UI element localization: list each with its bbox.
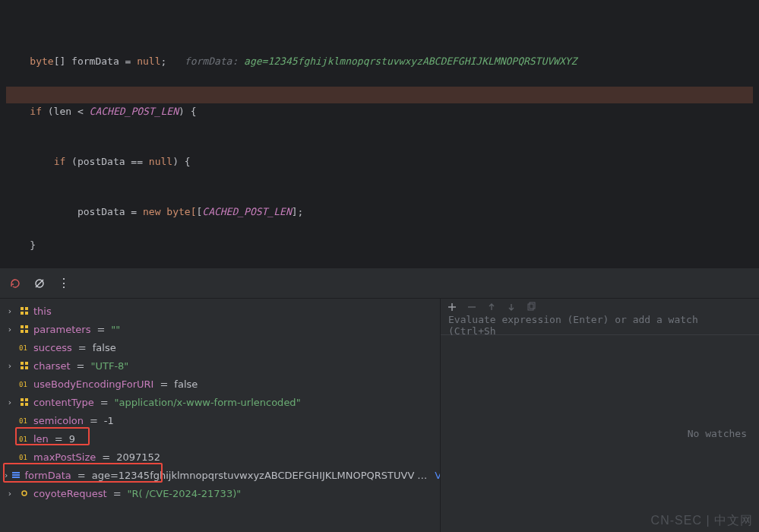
variable-name: this	[33, 306, 52, 317]
variable-value: 9	[69, 433, 75, 445]
variable-value: false	[174, 378, 198, 390]
variable-name: charset	[33, 360, 71, 372]
array-icon	[11, 469, 21, 481]
chevron-right-icon[interactable]: ›	[5, 361, 15, 371]
svg-rect-23	[12, 472, 20, 473]
view-link[interactable]: View	[430, 470, 441, 481]
var-row-parameters[interactable]: › parameters=""	[0, 320, 440, 338]
var-row-charset[interactable]: › charset="UTF-8"	[0, 356, 440, 375]
inline-hint-label: formData:	[185, 55, 238, 67]
variable-name: coyoteRequest	[33, 488, 107, 499]
restart-icon[interactable]	[9, 277, 21, 290]
chevron-right-icon[interactable]: ›	[5, 470, 8, 480]
variable-value: age=12345fghijklmnopqrstuvwxyzABCDEFGHIJ…	[92, 470, 415, 481]
if-keyword: if	[54, 156, 66, 167]
chevron-right-icon[interactable]: ›	[5, 306, 15, 316]
type-keyword: byte	[30, 55, 53, 67]
svg-rect-7	[25, 325, 28, 328]
svg-rect-5	[25, 312, 28, 315]
watermark-text: CN-SEC | 中文网	[651, 513, 753, 529]
debugger-panel: ⋮ › this › parameters="" 01 success=fals…	[0, 268, 759, 532]
copy-icon[interactable]	[526, 302, 536, 312]
svg-rect-13	[21, 366, 24, 369]
object-icon	[18, 305, 30, 317]
up-icon[interactable]	[486, 302, 497, 312]
variables-pane[interactable]: › this › parameters="" 01 success=false …	[0, 299, 441, 532]
variable-value: false	[93, 342, 116, 353]
variable-value: "R( /CVE-2024-21733)"	[128, 488, 242, 499]
primitive-icon: 01	[18, 378, 30, 390]
var-row-this[interactable]: › this	[0, 302, 440, 320]
var-row-success[interactable]: 01 success=false	[0, 338, 440, 356]
primitive-icon: 01	[18, 341, 30, 353]
inline-hint-value: age=12345fghijklmnopqrstuvwxyzABCDEFGHIJ…	[244, 55, 577, 67]
variable-value: -1	[104, 415, 114, 426]
down-icon[interactable]	[506, 302, 517, 312]
code-text: ];	[292, 206, 304, 217]
ellipsis: …	[417, 470, 427, 481]
code-editor[interactable]: byte[] formData = null; formData: age=12…	[0, 0, 759, 268]
var-row-len[interactable]: 01 len=9	[0, 429, 440, 448]
code-text: (len <	[42, 106, 90, 117]
svg-rect-6	[21, 325, 24, 328]
svg-rect-9	[25, 330, 28, 333]
var-row-maxpostsize[interactable]: 01 maxPostSize=2097152	[0, 448, 440, 466]
variable-name: len	[33, 433, 49, 445]
variable-name: useBodyEncodingForURI	[33, 378, 153, 390]
mute-breakpoints-icon[interactable]	[33, 277, 46, 290]
svg-rect-2	[21, 307, 24, 310]
no-watches-label: No watches	[688, 428, 747, 439]
code-text: postData =	[30, 206, 143, 217]
var-row-contenttype[interactable]: › contentType="application/x-www-form-ur…	[0, 393, 440, 411]
code-text: ) {	[172, 156, 190, 167]
variable-value: ""	[111, 324, 120, 335]
chevron-right-icon[interactable]: ›	[5, 489, 15, 499]
if-keyword: if	[30, 106, 42, 117]
constant: CACHED_POST_LEN	[90, 106, 179, 117]
var-row-semicolon[interactable]: 01 semicolon=-1	[0, 411, 440, 429]
link-icon	[18, 487, 30, 499]
svg-rect-3	[25, 307, 28, 310]
add-watch-icon[interactable]	[447, 302, 457, 312]
primitive-icon: 01	[18, 451, 30, 463]
svg-rect-11	[21, 362, 24, 365]
object-icon	[18, 323, 30, 335]
svg-text:01: 01	[19, 435, 27, 443]
chevron-right-icon[interactable]: ›	[5, 325, 15, 334]
constant: CACHED_POST_LEN	[202, 206, 291, 217]
semi: ;	[161, 55, 167, 67]
svg-rect-26	[528, 304, 533, 310]
var-row-formdata[interactable]: › formData=age=12345fghijklmnopqrstuvwxy…	[0, 466, 440, 484]
var-row-usebody[interactable]: 01 useBodyEncodingForURI=false	[0, 375, 440, 393]
null-keyword: null	[137, 55, 160, 67]
input-placeholder: Evaluate expression (Enter) or add a wat…	[448, 314, 751, 337]
more-icon[interactable]: ⋮	[58, 276, 71, 290]
variable-value: 2097152	[116, 451, 160, 463]
remove-watch-icon[interactable]	[466, 302, 477, 312]
code-text	[30, 156, 53, 167]
svg-rect-24	[12, 474, 20, 476]
primitive-icon: 01	[18, 414, 30, 426]
svg-rect-18	[21, 403, 24, 406]
variable-name: semicolon	[33, 415, 84, 426]
svg-rect-25	[12, 477, 20, 478]
watches-pane[interactable]: Evaluate expression (Enter) or add a wat…	[441, 299, 759, 532]
svg-text:01: 01	[19, 417, 27, 425]
svg-rect-8	[21, 330, 24, 333]
svg-text:01: 01	[19, 381, 27, 388]
primitive-icon: 01	[18, 432, 30, 445]
svg-text:01: 01	[19, 344, 27, 352]
null-keyword: null	[149, 156, 172, 167]
code-text: [] formData =	[54, 55, 138, 67]
svg-rect-14	[25, 366, 28, 369]
variable-name: parameters	[33, 324, 90, 335]
var-row-coyoterequest[interactable]: › coyoteRequest="R( /CVE-2024-21733)"	[0, 484, 440, 502]
code-brace: }	[6, 237, 753, 254]
svg-rect-17	[25, 398, 28, 401]
chevron-right-icon[interactable]: ›	[5, 397, 15, 407]
variable-name: maxPostSize	[33, 451, 96, 463]
object-icon	[18, 396, 30, 408]
debugger-toolbar: ⋮	[0, 268, 759, 299]
variable-value: "application/x-www-form-urlencoded"	[115, 397, 301, 408]
evaluate-expression-input[interactable]: Evaluate expression (Enter) or add a wat…	[441, 315, 759, 335]
